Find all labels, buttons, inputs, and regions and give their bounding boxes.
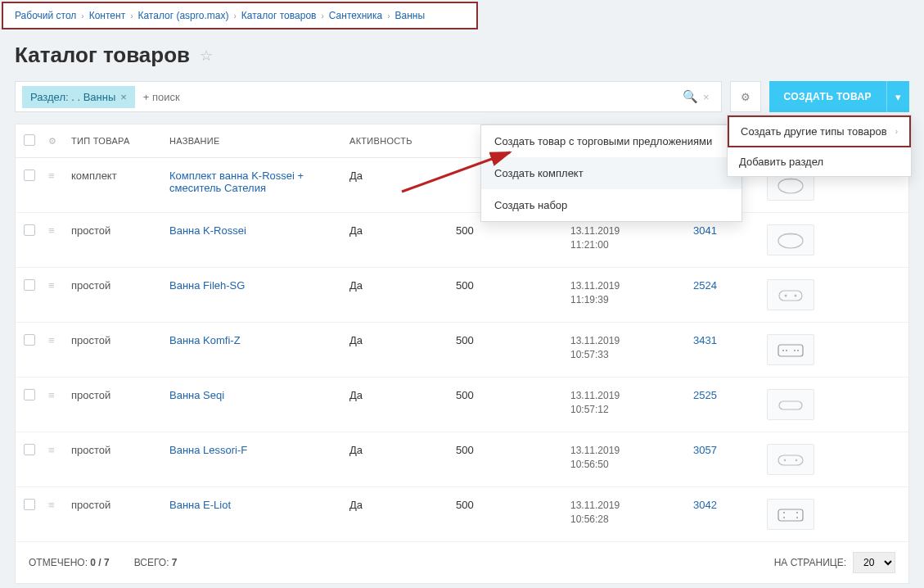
thumbnail	[767, 224, 814, 256]
star-icon[interactable]: ☆	[200, 47, 213, 65]
cell-active: Да	[349, 499, 456, 511]
page-size-select[interactable]: 20	[853, 552, 895, 573]
total-count: ВСЕГО: 7	[134, 557, 178, 568]
menu-add-section[interactable]: Добавить раздел	[728, 147, 911, 176]
cell-id-link[interactable]: 2524	[693, 279, 717, 292]
settings-button[interactable]: ⚙	[730, 81, 761, 112]
thumbnail	[767, 389, 814, 420]
drag-handle-icon[interactable]: ≡	[48, 279, 55, 292]
thumbnail	[767, 444, 814, 475]
search-input[interactable]	[135, 91, 683, 103]
cell-name-link[interactable]: Комплект ванна K-Rossei + смеситель Сате…	[169, 170, 304, 194]
row-checkbox[interactable]	[24, 334, 35, 346]
cell-name-link[interactable]: Ванна Komfi-Z	[169, 334, 241, 346]
cell-qty: 500	[456, 389, 570, 401]
cell-name-link[interactable]: Ванна Lessori-F	[169, 444, 247, 456]
crumb-catalog-products[interactable]: Каталог товаров	[241, 10, 317, 21]
svg-point-7	[782, 350, 784, 351]
row-checkbox[interactable]	[24, 224, 35, 236]
clear-icon[interactable]: ×	[698, 91, 714, 103]
svg-rect-3	[779, 291, 802, 301]
cell-qty: 500	[456, 279, 570, 292]
cell-qty: 500	[456, 499, 570, 511]
cell-id-link[interactable]: 2525	[693, 389, 717, 401]
cell-name-link[interactable]: Ванна E-Liot	[169, 499, 231, 511]
col-type[interactable]: ТИП ТОВАРА	[71, 136, 169, 146]
drag-handle-icon[interactable]: ≡	[48, 334, 55, 346]
filter-chip-section[interactable]: Раздел: . . Ванны ×	[22, 86, 135, 108]
create-product-button[interactable]: СОЗДАТЬ ТОВАР ▾	[769, 81, 909, 112]
drag-handle-icon[interactable]: ≡	[48, 499, 55, 511]
svg-rect-15	[778, 509, 803, 521]
svg-point-2	[778, 233, 803, 248]
cell-id-link[interactable]: 3042	[693, 499, 717, 511]
cell-id-link[interactable]: 3057	[693, 444, 717, 456]
svg-point-9	[794, 350, 796, 351]
cell-active: Да	[349, 279, 456, 292]
chevron-right-icon: ›	[81, 11, 83, 20]
search-icon[interactable]: 🔍	[683, 89, 698, 104]
cell-name-link[interactable]: Ванна Fileh-SG	[169, 279, 245, 292]
row-checkbox[interactable]	[24, 170, 35, 181]
menu-create-with-offers[interactable]: Создать товар с торговыми предложениями	[481, 125, 741, 157]
menu-create-set[interactable]: Создать комплект	[481, 157, 741, 189]
col-name[interactable]: НАЗВАНИЕ	[169, 136, 349, 146]
drag-handle-icon[interactable]: ≡	[48, 389, 55, 401]
table-row: ≡ простой Ванна Lessori-F Да 500 13.11.2…	[16, 432, 908, 487]
product-table: Создать другие типы товаров › Добавить р…	[15, 124, 909, 584]
crumb-catalog-aspro[interactable]: Каталог (aspro.max)	[137, 10, 228, 21]
create-product-dropdown[interactable]: ▾	[886, 81, 909, 112]
svg-point-18	[783, 517, 785, 518]
search-bar[interactable]: Раздел: . . Ванны × 🔍 ×	[15, 81, 722, 112]
svg-point-17	[796, 512, 798, 513]
table-row: ≡ простой Ванна Seqi Да 500 13.11.201910…	[16, 378, 908, 432]
create-dropdown-menu: Создать другие типы товаров › Добавить р…	[727, 115, 912, 177]
cell-active: Да	[349, 224, 456, 237]
cell-qty: 500	[456, 444, 570, 456]
cell-type: комплект	[71, 170, 169, 182]
thumbnail	[767, 499, 814, 530]
page-title: Каталог товаров	[15, 43, 190, 68]
cell-date: 13.11.201911:21:00	[570, 224, 693, 252]
row-checkbox[interactable]	[24, 279, 35, 291]
row-checkbox[interactable]	[24, 389, 35, 400]
chevron-right-icon: ›	[321, 11, 323, 20]
gear-icon[interactable]: ⚙	[48, 136, 71, 147]
crumb-baths[interactable]: Ванны	[395, 10, 426, 21]
cell-type: простой	[71, 389, 169, 401]
cell-date: 13.11.201910:57:33	[570, 334, 693, 362]
chevron-right-icon: ›	[895, 127, 898, 136]
create-submenu: Создать товар с торговыми предложениями …	[480, 124, 742, 222]
drag-handle-icon[interactable]: ≡	[48, 170, 55, 182]
select-all-checkbox[interactable]	[24, 134, 35, 146]
cell-date: 13.11.201910:57:12	[570, 389, 693, 417]
drag-handle-icon[interactable]: ≡	[48, 224, 55, 237]
table-row: ≡ простой Ванна E-Liot Да 500 13.11.2019…	[16, 487, 908, 542]
page-title-row: Каталог товаров ☆	[0, 31, 924, 76]
menu-create-kit[interactable]: Создать набор	[481, 189, 741, 221]
cell-id-link[interactable]: 3431	[693, 334, 717, 346]
cell-active: Да	[349, 170, 456, 182]
cell-name-link[interactable]: Ванна K-Rossei	[169, 224, 246, 237]
row-checkbox[interactable]	[24, 444, 35, 455]
crumb-desktop[interactable]: Рабочий стол	[15, 10, 76, 21]
col-active[interactable]: АКТИВНОСТЬ	[349, 136, 456, 146]
close-icon[interactable]: ×	[120, 91, 127, 103]
cell-name-link[interactable]: Ванна Seqi	[169, 389, 224, 401]
drag-handle-icon[interactable]: ≡	[48, 444, 55, 456]
cell-id-link[interactable]: 3041	[693, 224, 717, 237]
cell-qty: 500	[456, 334, 570, 346]
svg-point-14	[796, 459, 797, 461]
cell-active: Да	[349, 334, 456, 346]
chevron-right-icon: ›	[233, 11, 236, 20]
selected-count: ОТМЕЧЕНО: 0 / 7	[29, 557, 110, 568]
row-checkbox[interactable]	[24, 499, 35, 510]
thumbnail	[767, 334, 814, 365]
table-row: ≡ простой Ванна Fileh-SG Да 500 13.11.20…	[16, 268, 908, 323]
menu-create-other-types[interactable]: Создать другие типы товаров ›	[728, 115, 911, 147]
crumb-plumbing[interactable]: Сантехника	[329, 10, 382, 21]
thumbnail	[767, 279, 814, 310]
table-footer: ОТМЕЧЕНО: 0 / 7 ВСЕГО: 7 НА СТРАНИЦЕ: 20	[16, 542, 908, 583]
cell-type: простой	[71, 334, 169, 346]
crumb-content[interactable]: Контент	[89, 10, 125, 21]
